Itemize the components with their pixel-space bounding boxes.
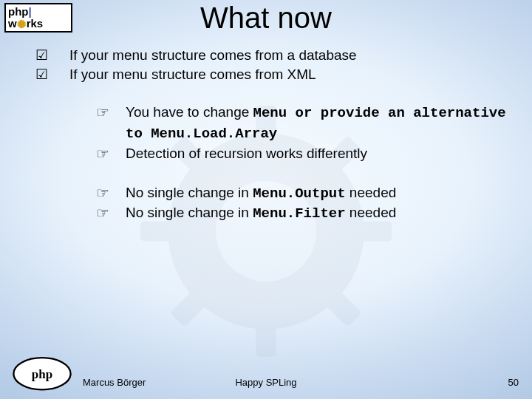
slide-title: What now (0, 1, 532, 35)
check-icon: ☑ (13, 46, 69, 65)
footer-page: 50 (508, 377, 519, 388)
hand-icon: ☞ (80, 203, 126, 224)
logo-phpworks: php| w✺rks (4, 3, 72, 33)
sub-4: No single change in Menu.Filter needed (126, 203, 517, 224)
sub-1: You have to change Menu or provide an al… (126, 103, 517, 143)
sub-3: No single change in Menu.Output needed (126, 183, 517, 204)
bullet-1: If your menu structure comes from a data… (69, 46, 517, 65)
footer-title: Happy SPLing (0, 377, 532, 388)
check-icon: ☑ (13, 65, 69, 84)
hand-icon: ☞ (80, 144, 126, 164)
hand-icon: ☞ (80, 103, 126, 143)
sub-2: Detection of recursion works differently (126, 144, 517, 164)
hand-icon: ☞ (80, 183, 126, 204)
bullet-2: If your menu structure comes from XML (69, 65, 517, 84)
